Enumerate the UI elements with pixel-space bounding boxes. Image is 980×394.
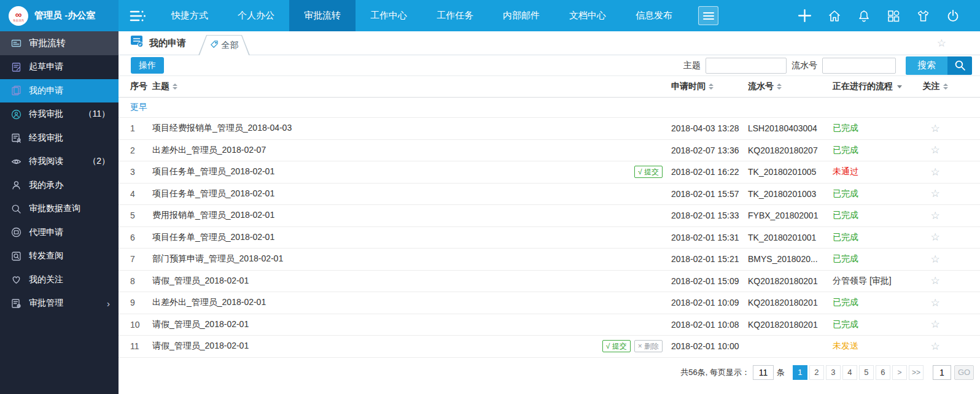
table-header: 序号主题申请时间流水号正在进行的流程关注	[119, 76, 980, 98]
follow-star-icon[interactable]: ☆	[930, 253, 939, 265]
column-header-序号: 序号	[130, 81, 152, 92]
column-header-申请时间[interactable]: 申请时间	[671, 81, 748, 92]
subject-link[interactable]: 请假_管理员_2018-02-01	[152, 341, 249, 352]
go-button[interactable]: GO	[954, 365, 974, 380]
column-label: 主题	[152, 81, 169, 92]
sidebar-item-转发查阅[interactable]: 转发查阅	[0, 244, 119, 268]
sidebar-item-待我阅读[interactable]: 待我阅读（2）	[0, 150, 119, 174]
more-menu-icon[interactable]	[698, 6, 718, 25]
column-label: 流水号	[748, 81, 774, 92]
sidebar-item-我的承办[interactable]: 我的承办	[0, 174, 119, 198]
earlier-link[interactable]: 更早	[130, 102, 147, 113]
plus-icon[interactable]	[798, 9, 812, 23]
page-button-6[interactable]: 6	[876, 365, 890, 380]
sidebar-item-审批管理[interactable]: 审批管理›	[0, 292, 119, 315]
subject-link[interactable]: 项目任务单_管理员_2018-02-01	[152, 232, 274, 243]
operate-button[interactable]: 操作	[131, 57, 164, 74]
sidebar-item-我的申请[interactable]: 我的申请	[0, 79, 119, 103]
nav-item-工作任务[interactable]: 工作任务	[422, 0, 488, 31]
brand: ∞ 华天动力 管理员 -办公室	[0, 0, 119, 31]
power-icon[interactable]	[946, 9, 960, 23]
follow-star-icon[interactable]: ☆	[930, 341, 939, 352]
subject-link[interactable]: 请假_管理员_2018-02-01	[152, 319, 249, 330]
submit-badge-button[interactable]: √ 提交	[634, 166, 663, 178]
follow-star-icon[interactable]: ☆	[930, 166, 939, 178]
column-header-正在进行的流程[interactable]: 正在进行的流程	[833, 81, 917, 92]
column-header-关注[interactable]: 关注	[917, 81, 954, 92]
flow-status: 已完成	[833, 319, 917, 330]
search-button[interactable]: 搜索	[906, 56, 972, 75]
sort-icon	[709, 83, 714, 90]
serial-input[interactable]	[822, 58, 896, 74]
page-size-input[interactable]	[753, 365, 774, 380]
nav-item-内部邮件[interactable]: 内部邮件	[488, 0, 554, 31]
follow-star-icon[interactable]: ☆	[930, 210, 939, 222]
page-button-2[interactable]: 2	[809, 365, 824, 380]
subject-link[interactable]: 出差外出_管理员_2018-02-07	[152, 145, 266, 156]
page-button-3[interactable]: 3	[826, 365, 841, 380]
nav-item-快捷方式[interactable]: 快捷方式	[157, 0, 223, 31]
sidebar-item-我的关注[interactable]: 我的关注	[0, 268, 119, 292]
subject-link[interactable]: 项目任务单_管理员_2018-02-01	[152, 188, 274, 199]
column-header-主题[interactable]: 主题	[152, 81, 671, 92]
nav-item-信息发布[interactable]: 信息发布	[621, 0, 687, 31]
nav-item-文档中心[interactable]: 文档中心	[554, 0, 621, 31]
follow-star-icon[interactable]: ☆	[930, 231, 939, 243]
page-button-5[interactable]: 5	[859, 365, 874, 380]
delete-badge-button[interactable]: × 删除	[634, 340, 663, 352]
goto-page-input[interactable]	[933, 365, 951, 380]
next-page-button[interactable]: >	[892, 365, 907, 380]
favorite-page-star-icon[interactable]: ☆	[937, 37, 946, 50]
subject-link[interactable]: 出差外出_管理员_2018-02-01	[152, 297, 266, 308]
pending-approve-icon	[11, 109, 21, 120]
sidebar-item-label: 转发查阅	[29, 250, 63, 261]
sidebar-item-label: 我的关注	[29, 274, 63, 285]
subject-link[interactable]: 部门预算申请_管理员_2018-02-01	[152, 253, 283, 265]
menu-collapse-icon[interactable]	[119, 0, 157, 31]
nav-item-审批流转[interactable]: 审批流转	[289, 0, 356, 31]
row-number: 2	[130, 145, 152, 155]
follow-star-icon[interactable]: ☆	[930, 275, 939, 287]
sidebar-item-代理申请[interactable]: 代理申请	[0, 221, 119, 245]
follow-star-icon[interactable]: ☆	[930, 144, 939, 156]
subject-link[interactable]: 项目任务单_管理员_2018-02-01	[152, 166, 274, 177]
serial-number: TK_20180201005	[748, 167, 833, 177]
follow-star-icon[interactable]: ☆	[930, 297, 939, 309]
last-page-button[interactable]: >>	[909, 365, 924, 380]
chevron-right-icon: ›	[107, 298, 110, 309]
sidebar-item-label: 审批管理	[29, 298, 63, 309]
follow-star-icon[interactable]: ☆	[930, 188, 939, 199]
theme-icon[interactable]	[916, 9, 930, 23]
flow-status: 已完成	[833, 123, 917, 134]
nav-item-工作中心[interactable]: 工作中心	[356, 0, 422, 31]
nav-item-个人办公[interactable]: 个人办公	[223, 0, 289, 31]
tab-all[interactable]: 全部	[198, 35, 250, 55]
sidebar-item-待我审批[interactable]: 待我审批（11）	[0, 102, 119, 126]
page-title: 我的申请	[149, 37, 186, 49]
sidebar-item-起草申请[interactable]: 起草申请	[0, 55, 119, 79]
sidebar-item-label: 我的申请	[29, 85, 63, 96]
follow-star-icon[interactable]: ☆	[930, 123, 939, 134]
apps-icon[interactable]	[887, 9, 900, 23]
serial-number: LSH20180403004	[748, 123, 833, 133]
subject-link[interactable]: 项目经费报销单_管理员_2018-04-03	[152, 123, 292, 134]
apply-time: 2018-04-03 13:28	[671, 123, 748, 133]
card-icon	[11, 38, 21, 48]
flow-status: 分管领导 [审批]	[833, 276, 917, 287]
apply-time: 2018-02-01 10:08	[671, 320, 748, 330]
serial-number: KQ201820180201	[748, 320, 833, 330]
top-nav: 快捷方式个人办公审批流转工作中心工作任务内部邮件文档中心信息发布	[157, 0, 687, 31]
follow-star-icon[interactable]: ☆	[930, 319, 939, 330]
page-button-4[interactable]: 4	[842, 365, 857, 380]
sidebar-item-审批数据查询[interactable]: 审批数据查询	[0, 197, 119, 221]
subject-link[interactable]: 请假_管理员_2018-02-01	[152, 276, 249, 287]
bell-icon[interactable]	[857, 9, 871, 23]
home-icon[interactable]	[828, 9, 841, 23]
subject-link[interactable]: 费用报销单_管理员_2018-02-01	[152, 210, 274, 221]
company-logo-icon[interactable]: ∞ 华天动力	[9, 6, 28, 26]
submit-badge-button[interactable]: √ 提交	[602, 340, 631, 352]
sidebar-item-经我审批[interactable]: 经我审批	[0, 126, 119, 150]
page-button-1[interactable]: 1	[793, 365, 807, 380]
subject-input[interactable]	[706, 58, 787, 74]
column-header-流水号[interactable]: 流水号	[748, 81, 833, 92]
